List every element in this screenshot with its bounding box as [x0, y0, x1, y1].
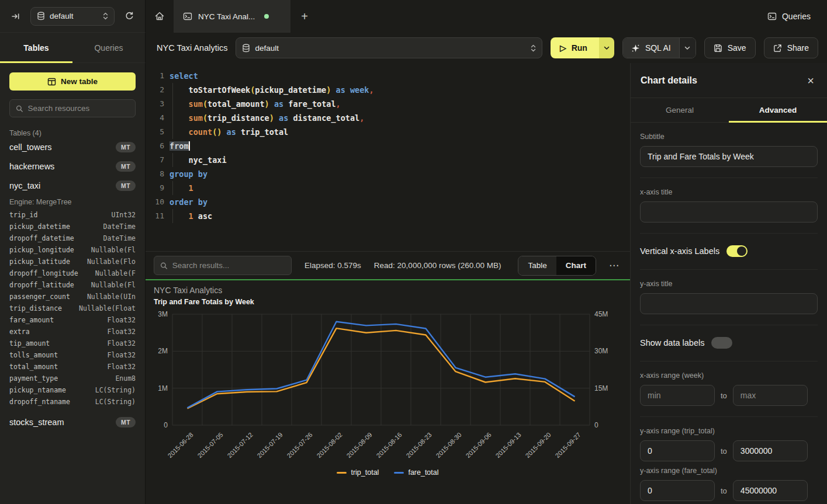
tab-nyc-taxi-analytics[interactable]: NYC Taxi Anal...	[174, 0, 290, 33]
vertical-labels-toggle[interactable]	[726, 245, 748, 257]
refresh-icon[interactable]	[120, 8, 138, 25]
indent-guide	[172, 83, 173, 97]
code-text: group by	[169, 167, 207, 181]
run-button[interactable]: ▷ Run	[551, 37, 614, 58]
tab-advanced[interactable]: Advanced	[729, 98, 827, 122]
xaxis-range-max-input[interactable]	[733, 385, 808, 406]
home-icon[interactable]	[146, 0, 174, 33]
table-row-cell_towers[interactable]: cell_towersMT	[9, 137, 136, 157]
editor-line[interactable]: 2 toStartOfWeek(pickup_datetime) as week…	[146, 83, 630, 97]
code-text: toStartOfWeek(pickup_datetime) as week,	[169, 83, 374, 97]
chevron-updown-icon	[103, 12, 108, 20]
yaxis-range1-min-input[interactable]	[640, 440, 715, 461]
search-results-input[interactable]	[172, 261, 285, 270]
y-axis-tick-left: 2M	[146, 347, 168, 355]
yaxis-title-input[interactable]	[640, 293, 818, 314]
column-row: fare_amountFloat32	[9, 314, 136, 326]
column-row: total_amountFloat32	[9, 361, 136, 373]
legend-label: trip_total	[351, 468, 379, 477]
table-row-stocks_stream[interactable]: stocks_streamMT	[9, 412, 136, 432]
yaxis-range2-max-input[interactable]	[733, 480, 808, 501]
run-options-caret[interactable]	[599, 37, 614, 58]
sql-ai-caret[interactable]	[679, 38, 695, 58]
to-label: to	[721, 486, 727, 495]
new-tab-button[interactable]: +	[290, 0, 319, 33]
database-selector[interactable]: default	[236, 37, 542, 58]
legend-label: fare_total	[408, 468, 438, 477]
close-icon[interactable]: ×	[807, 75, 814, 86]
save-label: Save	[728, 43, 746, 53]
legend-item-trip_total[interactable]: trip_total	[337, 468, 379, 477]
legend-item-fare_total[interactable]: fare_total	[394, 468, 438, 477]
editor-line[interactable]: 3 sum(total_amount) as fare_total,	[146, 97, 630, 111]
xaxis-title-label: x-axis title	[640, 188, 818, 196]
engine-badge: MT	[116, 161, 136, 172]
code-text: order by	[169, 195, 207, 209]
table-row-nyc_taxi[interactable]: nyc_taxiMT	[9, 176, 136, 195]
yaxis-range2-label: y-axis range (fare_total)	[640, 467, 818, 475]
search-resources-input[interactable]	[28, 104, 129, 113]
editor-line[interactable]: 6from	[146, 139, 630, 153]
code-text: select	[169, 69, 198, 83]
share-label: Share	[787, 43, 809, 53]
panel-tabs: General Advanced	[631, 98, 827, 123]
sidebar-tab-tables[interactable]: Tables	[0, 33, 72, 62]
database-icon	[242, 44, 250, 53]
show-data-labels-toggle[interactable]	[711, 337, 732, 349]
xaxis-title-group: x-axis title	[640, 178, 818, 234]
results-toolbar: Elapsed: 0.579s Read: 20,000,000 rows (2…	[146, 251, 630, 279]
editor-line[interactable]: 4 sum(trip_distance) as distance_total,	[146, 111, 630, 125]
xaxis-title-input[interactable]	[640, 201, 818, 223]
engine-badge: MT	[116, 142, 136, 152]
column-row: trip_idUInt32	[9, 209, 136, 221]
xaxis-range-min-input[interactable]	[640, 385, 715, 406]
indent-guide	[172, 97, 173, 111]
editor-line[interactable]: 5 count() as trip_total	[146, 125, 630, 139]
subtitle-input[interactable]	[640, 146, 818, 167]
code-text: from	[169, 139, 190, 153]
editor-line[interactable]: 7 nyc_taxi	[146, 153, 630, 167]
y-axis-tick-right: 30M	[594, 347, 608, 355]
view-table-button[interactable]: Table	[518, 256, 556, 275]
database-icon	[37, 12, 45, 20]
column-row: pickup_datetimeDateTime	[9, 221, 136, 232]
queries-label: Queries	[782, 12, 811, 21]
editor-line[interactable]: 1select	[146, 69, 630, 83]
tab-general[interactable]: General	[631, 98, 729, 122]
column-row: trip_distanceNullable(Float	[9, 303, 136, 314]
more-options-icon[interactable]: ⋯	[609, 259, 620, 272]
share-button[interactable]: Share	[764, 37, 818, 58]
line-number: 9	[146, 181, 164, 195]
editor-line[interactable]: 10order by	[146, 195, 630, 209]
yaxis-range2-min-input[interactable]	[640, 480, 715, 501]
indent-guide	[172, 111, 173, 125]
line-number: 3	[146, 97, 164, 111]
unsaved-changes-dot	[264, 14, 269, 19]
sql-editor[interactable]: 1select2 toStartOfWeek(pickup_datetime) …	[146, 63, 630, 251]
sql-ai-button[interactable]: SQL AI	[622, 37, 696, 58]
share-icon	[773, 44, 782, 53]
column-row: payment_typeEnum8	[9, 373, 136, 384]
new-table-button[interactable]: New table	[9, 72, 136, 91]
editor-line[interactable]: 8group by	[146, 167, 630, 181]
sidebar-tab-queries[interactable]: Queries	[72, 33, 145, 62]
legend-swatch	[394, 472, 404, 474]
yaxis-range1-max-input[interactable]	[733, 440, 808, 461]
code-text: count() as trip_total	[169, 125, 288, 139]
view-chart-button[interactable]: Chart	[556, 256, 596, 275]
editor-line[interactable]: 11 1 asc	[146, 209, 630, 223]
line-number: 11	[146, 209, 164, 223]
query-title: NYC Taxi Analytics	[157, 43, 227, 53]
service-selector[interactable]: default	[30, 7, 115, 26]
editor-line[interactable]: 9 1	[146, 181, 630, 195]
panel-body: Subtitle x-axis title Vertical x-axis La…	[631, 123, 827, 504]
chevron-updown-icon	[531, 44, 536, 52]
run-label: Run	[572, 43, 587, 53]
table-row-hackernews[interactable]: hackernewsMT	[9, 157, 136, 176]
y-axis-tick-left: 1M	[146, 384, 168, 392]
collapse-sidebar-icon[interactable]	[7, 8, 25, 25]
column-row: pickup_longitudeNullable(Fl	[9, 244, 136, 256]
queries-button[interactable]: Queries	[767, 12, 811, 21]
save-button[interactable]: Save	[704, 37, 756, 58]
service-selector-value: default	[50, 12, 98, 20]
